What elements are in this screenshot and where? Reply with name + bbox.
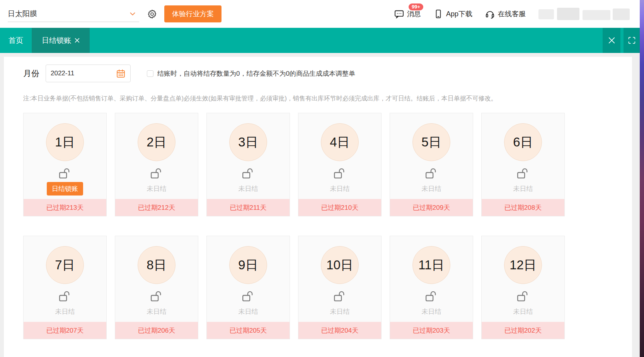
unlock-icon xyxy=(424,167,438,179)
unlock-icon xyxy=(241,290,255,302)
tab-daily-lock[interactable]: 日结锁账 xyxy=(32,28,90,53)
tab-close-icon[interactable] xyxy=(75,38,80,43)
day-circle: 6日 xyxy=(504,123,542,161)
day-status: 未日结 xyxy=(330,182,350,195)
content-area: 月份 2022-11 结账时，自动将结存数量为0，结存金额不为0的商品生成成本调… xyxy=(0,53,640,357)
day-number: 10日 xyxy=(326,257,353,274)
tabbar-actions xyxy=(603,28,640,53)
unlock-icon xyxy=(58,167,72,179)
day-status: 未日结 xyxy=(55,305,75,318)
day-card: 8日 未日结 已过期206天 xyxy=(115,236,198,339)
day-card: 7日 未日结 已过期207天 xyxy=(23,236,107,339)
messages-item[interactable]: 消息 99+ xyxy=(394,9,421,19)
expired-banner: 已过期212天 xyxy=(115,199,198,216)
expired-banner: 已过期213天 xyxy=(24,199,106,216)
settlement-checkbox[interactable] xyxy=(147,70,153,77)
app-download-label: App下载 xyxy=(446,9,472,19)
day-circle: 1日 xyxy=(46,123,84,161)
month-label: 月份 xyxy=(23,68,39,79)
day-card: 2日 未日结 已过期212天 xyxy=(115,113,198,216)
unlock-icon xyxy=(333,167,347,179)
online-service-label: 在线客服 xyxy=(498,9,526,19)
main-panel: 月份 2022-11 结账时，自动将结存数量为0，结存金额不为0的商品生成成本调… xyxy=(4,57,632,357)
day-grid: 1日 日结锁账 已过期213天 2日 未日结 已过期212天 3日 未日结 已过… xyxy=(23,113,632,339)
day-status: 未日结 xyxy=(147,182,167,195)
top-bar: 日太阳膜 体验行业方案 消息 99+ xyxy=(0,0,640,28)
close-icon xyxy=(608,36,616,44)
message-count-badge: 99+ xyxy=(408,3,424,11)
chevron-down-icon xyxy=(128,10,137,18)
day-circle: 12日 xyxy=(504,246,542,284)
day-status: 未日结 xyxy=(147,305,167,318)
expired-banner: 已过期203天 xyxy=(390,322,473,339)
daily-lock-button[interactable]: 日结锁账 xyxy=(47,182,83,196)
day-card: 9日 未日结 已过期205天 xyxy=(206,236,290,339)
day-status: 未日结 xyxy=(330,305,350,318)
day-circle: 10日 xyxy=(321,246,359,284)
not-settled-label: 未日结 xyxy=(422,307,441,316)
online-service-item[interactable]: 在线客服 xyxy=(485,9,526,19)
note-text: 注:本日业务单据(不包括销售订单、采购订单、分量盘点单)必须生效(如果有审批管理… xyxy=(23,95,632,103)
fullscreen-button[interactable] xyxy=(624,28,640,53)
day-number: 8日 xyxy=(147,257,166,274)
headset-icon xyxy=(485,9,495,19)
message-icon xyxy=(394,9,404,19)
app-download-item[interactable]: App下载 xyxy=(433,9,472,19)
day-status: 未日结 xyxy=(422,305,441,318)
not-settled-label: 未日结 xyxy=(147,307,167,316)
month-input[interactable]: 2022-11 xyxy=(46,65,131,82)
day-card: 10日 未日结 已过期204天 xyxy=(298,236,382,339)
settings-gear-icon[interactable] xyxy=(147,9,157,19)
expired-banner: 已过期205天 xyxy=(207,322,290,339)
month-value: 2022-11 xyxy=(51,70,74,77)
expired-banner: 已过期202天 xyxy=(482,322,564,339)
unlock-icon xyxy=(241,167,255,179)
day-card: 6日 未日结 已过期208天 xyxy=(481,113,565,216)
unlock-icon xyxy=(58,290,72,302)
unlock-icon xyxy=(516,290,530,302)
day-circle: 4日 xyxy=(321,123,359,161)
expired-banner: 已过期210天 xyxy=(298,199,381,216)
close-tabs-button[interactable] xyxy=(603,28,620,53)
day-number: 1日 xyxy=(55,134,75,151)
day-circle: 9日 xyxy=(229,246,267,284)
month-form-row: 月份 2022-11 结账时，自动将结存数量为0，结存金额不为0的商品生成成本调… xyxy=(23,65,632,82)
fullscreen-icon xyxy=(628,36,636,44)
unlock-icon xyxy=(424,290,438,302)
day-number: 7日 xyxy=(55,257,75,274)
day-card: 5日 未日结 已过期209天 xyxy=(390,113,473,216)
day-circle: 3日 xyxy=(229,123,267,161)
not-settled-label: 未日结 xyxy=(239,307,258,316)
day-circle: 5日 xyxy=(412,123,450,161)
day-number: 2日 xyxy=(147,134,166,151)
desktop-edge-strip xyxy=(640,0,644,357)
settlement-checkbox-label: 结账时，自动将结存数量为0，结存金额不为0的商品生成成本调整单 xyxy=(157,69,355,78)
expired-banner: 已过期207天 xyxy=(24,322,106,339)
day-number: 9日 xyxy=(238,257,258,274)
day-status: 未日结 xyxy=(513,182,533,195)
not-settled-label: 未日结 xyxy=(513,307,533,316)
day-status: 未日结 xyxy=(239,182,258,195)
day-number: 5日 xyxy=(421,134,441,151)
day-card: 12日 未日结 已过期202天 xyxy=(481,236,565,339)
company-select[interactable]: 日太阳膜 xyxy=(8,6,139,22)
day-card: 1日 日结锁账 已过期213天 xyxy=(23,113,107,216)
experience-solution-button[interactable]: 体验行业方案 xyxy=(164,5,221,22)
day-circle: 11日 xyxy=(412,246,450,284)
settlement-checkbox-row[interactable]: 结账时，自动将结存数量为0，结存金额不为0的商品生成成本调整单 xyxy=(147,69,355,78)
expired-banner: 已过期209天 xyxy=(390,199,473,216)
day-number: 12日 xyxy=(509,257,537,274)
day-status: 日结锁账 xyxy=(47,182,83,195)
day-card: 3日 未日结 已过期211天 xyxy=(206,113,290,216)
unlock-icon xyxy=(150,290,164,302)
day-number: 11日 xyxy=(418,257,444,274)
tab-daily-lock-label: 日结锁账 xyxy=(42,36,71,46)
calendar-icon[interactable] xyxy=(116,69,126,78)
expired-banner: 已过期208天 xyxy=(482,199,564,216)
day-status: 未日结 xyxy=(239,305,258,318)
not-settled-label: 未日结 xyxy=(147,184,167,193)
phone-icon xyxy=(433,9,443,19)
day-circle: 2日 xyxy=(138,123,175,161)
tab-home[interactable]: 首页 xyxy=(0,28,32,53)
day-card: 4日 未日结 已过期210天 xyxy=(298,113,382,216)
